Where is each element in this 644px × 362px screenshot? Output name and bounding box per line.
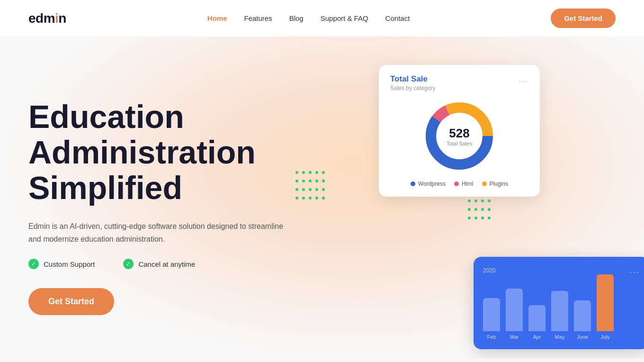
donut-card-subtitle: Sales by category bbox=[390, 85, 435, 91]
bar-col-july: July bbox=[597, 274, 614, 340]
bar-feb bbox=[483, 298, 500, 331]
bar-july bbox=[597, 274, 614, 331]
hero-dashboard: Total Sale Sales by category ... 528 Tot… bbox=[379, 55, 644, 359]
bar-mar bbox=[506, 289, 523, 331]
nav-link-support[interactable]: Support & FAQ bbox=[321, 14, 368, 22]
logo: edmin bbox=[28, 11, 66, 26]
legend-html: Html bbox=[454, 181, 474, 187]
nav-link-features[interactable]: Features bbox=[244, 14, 272, 22]
dots-grid-right bbox=[466, 198, 492, 223]
legend-label-html: Html bbox=[462, 181, 474, 187]
bar-card-year: 2020 bbox=[483, 267, 496, 274]
bar-month-feb: Feb bbox=[487, 334, 496, 340]
bar-month-june: June bbox=[577, 334, 588, 340]
donut-card: Total Sale Sales by category ... 528 Tot… bbox=[379, 65, 540, 197]
bar-month-july: July bbox=[600, 334, 610, 340]
bar-col-june: June bbox=[574, 300, 591, 340]
hero-section: Education Administration Simplified Edmi… bbox=[0, 36, 644, 359]
feature-cancel-anytime: ✓ Cancel at anytime bbox=[123, 259, 195, 269]
bar-month-mar: Mar bbox=[510, 334, 519, 340]
legend-plugins: Plugins bbox=[482, 181, 508, 187]
feature-custom-support: ✓ Custom Support bbox=[28, 259, 95, 269]
nav-link-home[interactable]: Home bbox=[207, 14, 227, 22]
legend-label-wordpress: Wordpress bbox=[418, 181, 446, 187]
donut-chart-container: 528 Total Sales bbox=[390, 98, 528, 174]
hero-content: Education Administration Simplified Edmi… bbox=[28, 80, 294, 315]
donut-card-title: Total Sale bbox=[390, 74, 435, 84]
bar-card-menu-icon[interactable]: ... bbox=[629, 265, 639, 275]
logo-dot: i bbox=[55, 11, 58, 26]
check-icon-2: ✓ bbox=[123, 259, 134, 269]
hero-title: Education Administration Simplified bbox=[28, 99, 294, 205]
feature-label-1: Custom Support bbox=[44, 260, 95, 268]
bar-card: 2020 ... Feb Mar Apr May bbox=[474, 257, 644, 349]
bar-col-feb: Feb bbox=[483, 298, 500, 340]
donut-card-header: Total Sale Sales by category ... bbox=[390, 74, 528, 91]
donut-card-menu-icon[interactable]: ... bbox=[519, 74, 528, 84]
legend-dot-wordpress bbox=[411, 181, 415, 186]
nav-link-contact[interactable]: Contact bbox=[385, 14, 410, 22]
donut-legend: Wordpress Html Plugins bbox=[390, 181, 528, 187]
legend-dot-html bbox=[454, 181, 459, 186]
donut-total-label: Total Sales bbox=[447, 141, 472, 146]
feature-label-2: Cancel at anytime bbox=[138, 260, 195, 268]
hero-cta-button[interactable]: Get Started bbox=[28, 288, 114, 315]
bar-june bbox=[574, 300, 591, 331]
bar-col-mar: Mar bbox=[506, 289, 523, 340]
bar-col-apr: Apr bbox=[528, 305, 546, 340]
nav-cta-button[interactable]: Get Started bbox=[551, 9, 616, 28]
bar-month-may: May bbox=[555, 334, 565, 340]
bar-apr bbox=[528, 305, 546, 331]
bar-month-apr: Apr bbox=[533, 334, 541, 340]
donut-card-title-group: Total Sale Sales by category bbox=[390, 74, 435, 91]
nav-links: Home Features Blog Support & FAQ Contact bbox=[207, 14, 410, 23]
dots-grid-left bbox=[294, 169, 327, 203]
donut-total-number: 528 bbox=[447, 126, 472, 141]
legend-label-plugins: Plugins bbox=[490, 181, 508, 187]
bar-col-may: May bbox=[551, 291, 568, 340]
donut-center-label: 528 Total Sales bbox=[447, 126, 472, 146]
hero-description: Edmin is an AI-driven, cutting-edge soft… bbox=[28, 220, 294, 245]
check-icon-1: ✓ bbox=[28, 259, 39, 269]
bar-chart: Feb Mar Apr May June bbox=[483, 280, 639, 342]
bar-may bbox=[551, 291, 568, 331]
legend-wordpress: Wordpress bbox=[411, 181, 446, 187]
nav-link-blog[interactable]: Blog bbox=[289, 14, 304, 22]
navbar: edmin Home Features Blog Support & FAQ C… bbox=[0, 0, 644, 36]
legend-dot-plugins bbox=[482, 181, 487, 186]
hero-features: ✓ Custom Support ✓ Cancel at anytime bbox=[28, 259, 294, 269]
